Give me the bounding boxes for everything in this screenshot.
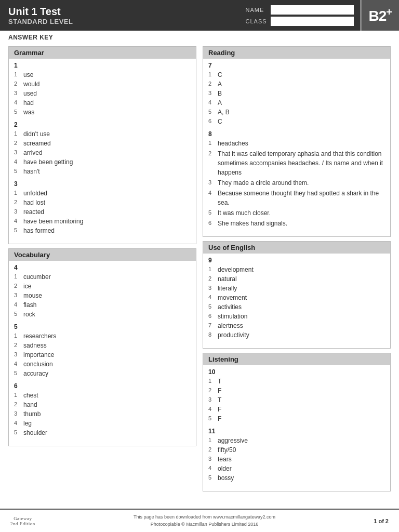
use-of-english-header: Use of English [203,242,390,254]
grammar-q3-list: 1unfolded 2had lost 3reacted 4have been … [14,189,191,235]
reading-q7-list: 1C 2A 3B 4A 5A, B 6C [208,70,385,126]
listening-header: Listening [203,353,390,365]
reading-header: Reading [203,47,390,59]
vocab-q4-a5: 5rock [14,310,191,319]
uoe-q9-a5: 5activities [208,302,385,312]
class-label: CLASS [246,18,267,24]
reading-q8-a1: 1headaches [208,139,385,148]
grammar-q3-number: 3 [14,180,191,188]
vocab-q5-a4: 4conclusion [14,360,191,369]
vocab-q4-a2: 2ice [14,282,191,291]
reading-q8-a2: 2 That it was called temporary aphasia a… [208,149,385,177]
vocab-group-6: 6 1chest 2hand 3thumb 4leg 5shoulder [14,382,191,437]
header-left: Unit 1 Test STANDARD LEVEL [0,0,240,31]
listening-q11-list: 1aggressive 2fifty/50 3tears 4older 5bos… [208,436,385,483]
vocab-q4-number: 4 [14,264,191,271]
vocabulary-body: 4 1cucumber 2ice 3mouse 4flash 5rock 5 [9,261,196,446]
grammar-q3-a1: 1unfolded [14,189,191,198]
uoe-q9-a6: 6stimulation [208,312,385,321]
grammar-q1-a1: 1use [14,70,191,79]
class-row: CLASS [246,17,354,26]
listening-q10-a3: 3T [208,395,385,405]
grammar-q1-number: 1 [14,62,191,69]
listening-q11-a4: 4older [208,464,385,473]
reading-q7-a1: 1C [208,70,385,79]
grammar-q2-list: 1didn't use 2screamed 3arrived 4have bee… [14,129,191,176]
listening-q10-number: 10 [208,368,385,376]
use-of-english-section: Use of English 9 1development 2natural 3… [203,241,391,349]
footer-center: This page has been downloaded from www.m… [134,514,275,528]
vocab-q6-a2: 2hand [14,400,191,409]
uoe-q9-a8: 8productivity [208,330,385,340]
reading-q8-number: 8 [208,130,385,138]
logo-plus: + [386,6,392,18]
uoe-q9-a4: 4movement [208,293,385,302]
vocab-q5-a3: 3importance [14,350,191,360]
vocab-q5-list: 1researchers 2sadness 3importance 4concl… [14,331,191,378]
vocab-q5-a5: 5accuracy [14,369,191,378]
answer-key-bar: ANSWER KEY [0,31,399,43]
vocab-q5-number: 5 [14,323,191,330]
listening-q11-number: 11 [208,428,385,435]
grammar-section: Grammar 1 1use 2would 3used 4had 5was [8,46,196,244]
reading-q8-a3: 3They made a circle around them. [208,178,385,188]
uoe-q9-number: 9 [208,257,385,264]
listening-q10-a2: 2F [208,386,385,395]
reading-body: 7 1C 2A 3B 4A 5A, B 6C 8 [203,59,390,236]
reading-q8-list: 1headaches 2 That it was called temporar… [208,139,385,228]
reading-q7-a2: 2A [208,79,385,89]
use-of-english-body: 9 1development 2natural 3literally 4move… [203,254,390,348]
vocab-q6-a5: 5shoulder [14,428,191,437]
gateway-logo-text: Gateway [10,516,35,521]
vocab-q6-a3: 3thumb [14,409,191,419]
grammar-q3-a4: 4have been monitoring [14,217,191,226]
logo-text: B2+ [369,6,392,24]
grammar-q1-list: 1use 2would 3used 4had 5was [14,70,191,117]
vocab-group-4: 4 1cucumber 2ice 3mouse 4flash 5rock [14,264,191,319]
left-column: Grammar 1 1use 2would 3used 4had 5was [8,46,196,500]
uoe-q9-a3: 3literally [208,284,385,293]
vocab-group-5: 5 1researchers 2sadness 3importance 4con… [14,323,191,378]
grammar-body: 1 1use 2would 3used 4had 5was 2 [9,59,196,244]
header-fields: NAME CLASS [240,0,360,31]
vocab-q4-a3: 3mouse [14,291,191,300]
grammar-q2-a1: 1didn't use [14,129,191,139]
class-input[interactable] [271,17,354,26]
name-input[interactable] [271,5,354,15]
uoe-group-9: 9 1development 2natural 3literally 4move… [208,257,385,340]
uoe-q9-list: 1development 2natural 3literally 4moveme… [208,265,385,340]
reading-q7-a6: 6C [208,117,385,126]
vocab-q4-a4: 4flash [14,300,191,310]
reading-q7-a3: 3B [208,89,385,98]
vocab-q4-a1: 1cucumber [14,272,191,282]
listening-group-11: 11 1aggressive 2fifty/50 3tears 4older 5… [208,428,385,483]
reading-q8-a6: 6She makes hand signals. [208,219,385,228]
vocab-q5-a1: 1researchers [14,331,191,341]
listening-section: Listening 10 1T 2F 3T 4F 5F [203,353,391,491]
vocabulary-header: Vocabulary [9,249,196,261]
vocab-q4-list: 1cucumber 2ice 3mouse 4flash 5rock [14,272,191,319]
right-column: Reading 7 1C 2A 3B 4A 5A, B 6C [203,46,391,500]
grammar-q3-a2: 2had lost [14,198,191,207]
listening-q10-a4: 4F [208,405,385,414]
grammar-q2-number: 2 [14,121,191,128]
reading-q7-number: 7 [208,62,385,69]
footer: Gateway 2nd Edition This page has been d… [0,509,399,532]
grammar-q2-a2: 2screamed [14,139,191,148]
grammar-q1-a2: 2would [14,79,191,89]
grammar-header: Grammar [9,47,196,59]
header: Unit 1 Test STANDARD LEVEL NAME CLASS B2… [0,0,399,31]
reading-q8-a5: 5It was much closer. [208,208,385,218]
vocab-q5-a2: 2sadness [14,341,191,350]
footer-line2: Photocopiable © Macmillan Publishers Lim… [134,521,275,528]
reading-q7-a4: 4A [208,98,385,108]
vocabulary-section: Vocabulary 4 1cucumber 2ice 3mouse 4flas… [8,248,196,446]
footer-line1: This page has been downloaded from www.m… [134,514,275,521]
listening-group-10: 10 1T 2F 3T 4F 5F [208,368,385,423]
reading-q7-a5: 5A, B [208,108,385,117]
gateway-logo: Gateway 2nd Edition [10,516,35,526]
listening-q11-a2: 2fifty/50 [208,445,385,455]
listening-body: 10 1T 2F 3T 4F 5F 11 1aggressiv [203,365,390,491]
grammar-q2-a4: 4have been getting [14,157,191,167]
vocab-q6-list: 1chest 2hand 3thumb 4leg 5shoulder [14,391,191,437]
